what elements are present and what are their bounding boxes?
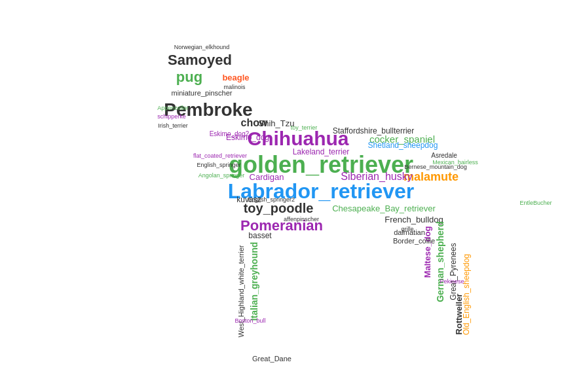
word-grille: grille (401, 226, 413, 232)
word-old-english-sheepdog: Old_English_sheepdog (462, 254, 470, 335)
word-schipperke: schipperke (157, 114, 186, 120)
word-border-collie: Border_collie (393, 238, 435, 245)
word-great-pyrenees: Great_Pyrenees (449, 243, 457, 300)
word-toy-terrier: toy_terrier (291, 125, 318, 131)
word-pug: pug (176, 70, 202, 84)
word-beagle: beagle (222, 73, 249, 82)
word-appenzeller: Appenzeller (157, 105, 189, 111)
word-samoyed: Samoyed (168, 53, 232, 67)
word-entlebucher: EntleBucher (519, 200, 552, 206)
word-cardigan: Cardigan (250, 173, 284, 181)
word-asredale: Asredale (431, 152, 457, 159)
word-malinois: malinois (223, 84, 245, 90)
word-staffordshire-bullterrier: Staffordshire_bullterrier (333, 127, 415, 135)
word-shetland-sheepdog: Shetland_sheepdog (368, 141, 438, 149)
word-shih-tzu: Shih_Tzu (259, 119, 295, 128)
word-siberian-husky: Siberian_husky (341, 171, 412, 182)
word-flat-coated-retriever: flat_coated_retriever (193, 153, 247, 159)
word-lakeland-terrier: Lakeland_terrier (293, 148, 350, 156)
word-miniature-pinscher: miniature_pinscher (172, 90, 233, 97)
word-great-dane: Great_Dane (252, 355, 292, 363)
word-basset: basset (248, 232, 271, 240)
word-mexican-hairless: Mexican_hairless (432, 160, 478, 166)
word-english-springer2: English_springer2 (248, 197, 295, 203)
word-german-shepherd: German_shepherd (436, 221, 445, 302)
word-affenpinscher: affenpinscher (284, 217, 319, 223)
word-angolan-springer: Angolan_springer (198, 173, 245, 179)
word-eskimo-dog2: Eskimo_dog2 (210, 131, 250, 137)
wordcloud-container: golden_retrieverLabrador_retrieverChihua… (0, 0, 583, 392)
word-chesapeake-bay-retriever: Chesapeake_Bay_retriever (332, 204, 436, 213)
word-english-springer: English_springer (197, 162, 240, 168)
word-irish-terrier: Irish_terrier (158, 123, 188, 129)
word-rottweiler: Rottweiler (455, 294, 463, 335)
word-italian-greyhound: Italian_greyhound (250, 242, 259, 321)
word-norwegian-elkhound: Norwegian_elkhound (174, 45, 230, 50)
word-boston-bull: Boston_bull (235, 318, 265, 324)
word-pekinese: Pekinese (440, 279, 464, 285)
